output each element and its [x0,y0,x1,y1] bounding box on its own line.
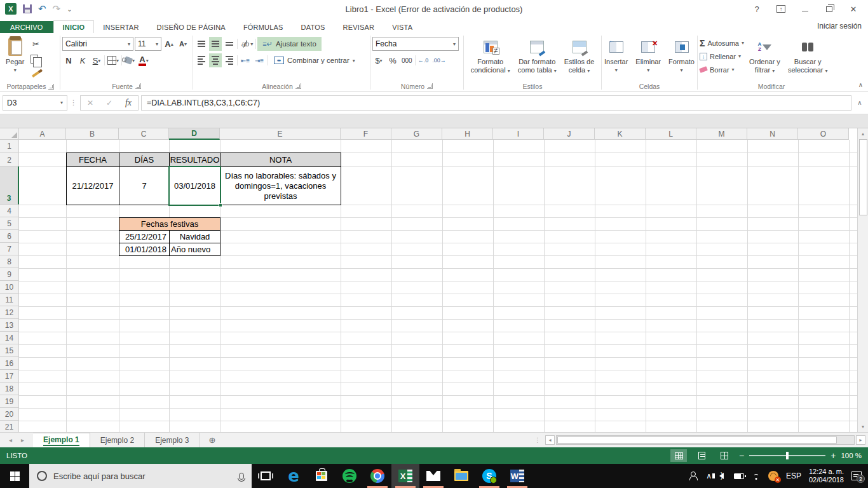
grow-font-button[interactable]: A▴ [163,37,175,51]
vertical-scrollbar[interactable]: ▴ ▾ [857,128,868,432]
conditional-formatting-button[interactable]: ≠ Formato condicional ▾ [468,36,513,76]
cell-E3[interactable]: Días no laborables: sábados y domingos=1… [220,166,341,205]
decrease-indent-button[interactable]: ⇤≡ [239,53,252,67]
sort-filter-button[interactable]: AZ Ordenar y filtrar ▾ [747,36,783,76]
row-header-9[interactable]: 9 [0,268,19,281]
column-header-I[interactable]: I [493,128,544,140]
alignment-dialog-launcher[interactable] [295,83,301,89]
expand-formula-bar-button[interactable]: ∧ [854,95,865,111]
hscroll-right-icon[interactable]: ▸ [856,435,865,445]
tab-scroll-splitter[interactable]: ⋮ [534,437,541,444]
column-header-C[interactable]: C [119,128,169,140]
bold-button[interactable]: N [62,53,75,67]
cell-C6[interactable]: 25/12/2017 [119,230,170,243]
column-header-D[interactable]: D [169,128,220,140]
currency-format-button[interactable]: $▾ [372,53,385,67]
number-dialog-launcher[interactable] [427,83,433,89]
column-header-O[interactable]: O [798,128,849,140]
horizontal-scrollbar[interactable] [556,435,855,445]
normal-view-button[interactable] [670,449,687,462]
italic-button[interactable]: K [76,53,89,67]
new-sheet-button[interactable]: ⊕ [200,433,225,447]
ribbon-display-options-button[interactable]: ↑ [770,2,792,16]
merge-center-button[interactable]: ⬌ Combinar y centrar ▾ [269,53,360,67]
cell-C3[interactable]: 7 [119,166,170,205]
select-all-corner[interactable] [0,128,19,140]
clipboard-dialog-launcher[interactable] [48,84,54,90]
hscroll-left-icon[interactable]: ◂ [545,435,555,445]
fill-color-button[interactable]: ▾ [123,53,136,67]
shrink-font-button[interactable]: A▾ [177,37,189,51]
zoom-in-button[interactable]: + [831,451,836,461]
taskbar-store[interactable] [308,464,336,488]
volume-icon[interactable] [719,473,724,479]
orientation-button[interactable]: ab▾ [239,37,254,51]
clear-button[interactable]: Borrar▾ [700,64,744,76]
cell-styles-button[interactable]: Estilos de celda ▾ [562,36,597,76]
column-header-B[interactable]: B [66,128,119,140]
column-header-A[interactable]: A [19,128,66,140]
delete-cells-button[interactable]: Eliminar ▾ [633,36,663,76]
taskbar-skype[interactable]: S [475,464,503,488]
tab-inicio[interactable]: INICIO [53,20,95,33]
save-icon[interactable] [23,4,32,13]
align-middle-button[interactable] [209,37,222,51]
task-view-button[interactable] [252,464,280,488]
row-header-10[interactable]: 10 [0,281,19,294]
cell-B2[interactable]: FECHA [66,152,119,167]
autosum-button[interactable]: ΣAutosuma▾ [700,37,744,49]
clock[interactable]: 12:24 a. m. 02/04/2018 [809,468,844,484]
row-header-2[interactable]: 2 [0,152,19,166]
align-bottom-button[interactable] [223,37,236,51]
column-header-E[interactable]: E [220,128,341,140]
cell-D3[interactable]: 03/01/2018 [169,166,220,205]
page-break-view-button[interactable] [716,449,733,462]
start-button[interactable] [0,464,29,488]
excel-logo-icon[interactable]: X [5,3,17,15]
cell-D7[interactable]: Año nuevo [169,243,220,256]
cell-C7[interactable]: 01/01/2018 [119,243,170,256]
comma-format-button[interactable]: 000 [400,53,414,67]
cell-E2[interactable]: NOTA [220,152,341,167]
restore-button[interactable] [818,2,840,16]
taskbar-spotify[interactable] [336,464,363,488]
column-header-M[interactable]: M [696,128,747,140]
row-header-4[interactable]: 4 [0,205,19,217]
sheet-nav-left-icon[interactable]: ◂ [9,437,12,444]
taskbar-word[interactable]: W [503,464,531,488]
sheet-tab-ejemplo-1[interactable]: Ejemplo 1 [33,433,90,447]
align-center-button[interactable] [209,53,222,67]
show-hidden-icons[interactable]: ∧ [706,471,712,480]
borders-button[interactable]: ▾ [106,53,120,67]
redo-icon[interactable]: ↷ [53,3,61,15]
percent-format-button[interactable]: % [386,53,399,67]
battery-icon[interactable] [734,473,744,479]
column-header-J[interactable]: J [544,128,595,140]
taskbar-file-explorer[interactable] [447,464,475,488]
undo-icon[interactable]: ↶ [38,3,46,15]
wifi-icon[interactable] [752,473,761,480]
align-left-button[interactable] [195,53,208,67]
enter-entry-button[interactable]: ✓ [100,96,119,110]
row-header-21[interactable]: 21 [0,421,19,432]
column-header-H[interactable]: H [442,128,493,140]
column-header-L[interactable]: L [646,128,696,140]
row-header-7[interactable]: 7 [0,243,19,255]
column-header-F[interactable]: F [341,128,391,140]
sheet-nav-right-icon[interactable]: ▸ [21,437,24,444]
font-name-combo[interactable]: Calibri▾ [62,37,133,51]
zoom-out-button[interactable]: − [739,451,744,461]
align-right-button[interactable] [223,53,236,67]
font-size-combo[interactable]: 11▾ [135,37,161,51]
column-header-K[interactable]: K [595,128,646,140]
row-header-16[interactable]: 16 [0,357,19,370]
paste-button[interactable]: Pegar▾ [3,36,27,76]
formula-input[interactable]: =DIA.LAB.INTL(B3,C3,1,C6:C7) [141,95,851,111]
cell-C5-D5[interactable]: Fechas festivas [119,217,220,231]
zoom-slider-thumb[interactable] [786,452,789,459]
zoom-slider[interactable] [749,455,825,456]
tab-insertar[interactable]: INSERTAR [94,21,147,33]
tab-archivo[interactable]: ARCHIVO [0,21,53,33]
taskbar-mail[interactable] [419,464,447,488]
antivirus-alert-icon[interactable]: ✕ [768,471,778,481]
